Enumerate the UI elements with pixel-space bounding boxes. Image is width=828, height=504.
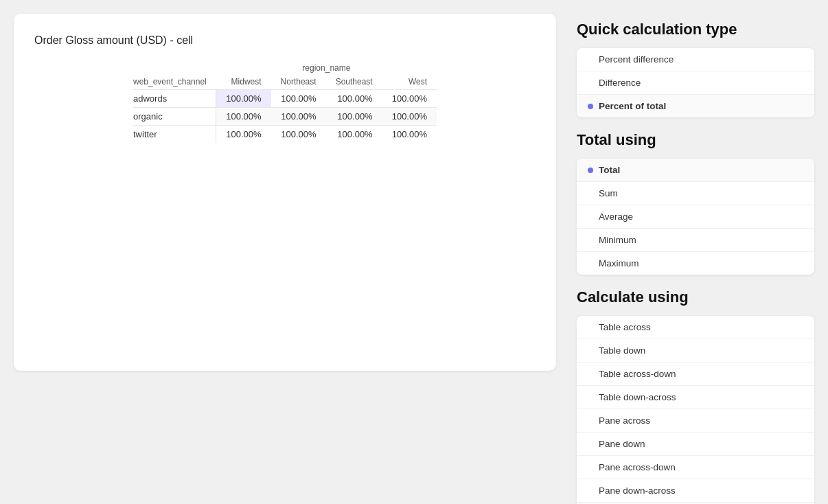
dot-placeholder bbox=[588, 191, 593, 196]
option-item[interactable]: Maximum bbox=[577, 252, 814, 275]
option-label: Pane across-down bbox=[599, 462, 676, 472]
option-label: Pane down bbox=[599, 439, 645, 449]
row-label: adwords bbox=[133, 90, 216, 108]
row-header-col bbox=[133, 60, 216, 74]
table-title: Order Gloss amount (USD) - cell bbox=[34, 34, 536, 47]
region-name-header: region_name bbox=[216, 60, 437, 74]
option-item[interactable]: Minimum bbox=[577, 229, 814, 252]
cell-value: 100.00% bbox=[326, 108, 382, 126]
dot-placeholder bbox=[588, 214, 593, 220]
option-label: Table across-down bbox=[599, 369, 676, 379]
table-row: adwords100.00%100.00%100.00%100.00% bbox=[133, 90, 437, 108]
option-item[interactable]: Percent difference bbox=[577, 48, 814, 71]
table-panel: Order Gloss amount (USD) - cell region_n… bbox=[14, 14, 556, 371]
table-row: organic100.00%100.00%100.00%100.00% bbox=[133, 108, 437, 126]
selected-dot bbox=[588, 104, 593, 109]
option-item[interactable]: Sum bbox=[577, 182, 814, 205]
dot-placeholder bbox=[588, 261, 593, 266]
row-header-label: web_event_channel bbox=[133, 74, 216, 90]
cell-value: 100.00% bbox=[271, 108, 326, 126]
cell-value: 100.00% bbox=[326, 90, 382, 108]
total-using-list: TotalSumAverageMinimumMaximum bbox=[577, 159, 814, 275]
option-label: Pane across bbox=[599, 415, 650, 426]
option-label: Difference bbox=[599, 78, 641, 88]
table-row: twitter100.00%100.00%100.00%100.00% bbox=[133, 126, 437, 144]
cell-value: 100.00% bbox=[271, 126, 326, 144]
option-label: Percent of total bbox=[599, 101, 666, 111]
dot-placeholder bbox=[588, 488, 593, 494]
cell-value: 100.00% bbox=[216, 126, 271, 144]
dot-placeholder bbox=[588, 238, 593, 243]
option-item[interactable]: Average bbox=[577, 205, 814, 229]
dot-placeholder bbox=[588, 371, 593, 377]
option-label: Minimum bbox=[599, 235, 636, 245]
dot-placeholder bbox=[588, 348, 593, 354]
dot-placeholder bbox=[588, 465, 593, 470]
cell-value: 100.00% bbox=[271, 90, 326, 108]
option-item[interactable]: Pane across bbox=[577, 409, 814, 433]
option-label: Total bbox=[599, 165, 620, 175]
cell-value: 100.00% bbox=[326, 126, 382, 144]
quick-calc-title: Quick calculation type bbox=[577, 21, 814, 38]
col-header: Midwest bbox=[216, 74, 271, 90]
option-item[interactable]: Table down bbox=[577, 339, 814, 363]
option-item[interactable]: Pane down bbox=[577, 433, 814, 456]
cell-value: 100.00% bbox=[216, 108, 271, 126]
option-label: Average bbox=[599, 211, 633, 222]
cell-value: 100.00% bbox=[382, 108, 437, 126]
dot-placeholder bbox=[588, 325, 593, 330]
dot-placeholder bbox=[588, 418, 593, 424]
option-label: Maximum bbox=[599, 258, 639, 268]
dot-placeholder bbox=[588, 80, 593, 86]
selected-dot bbox=[588, 168, 593, 173]
col-header: West bbox=[382, 74, 437, 90]
calculate-using-title: Calculate using bbox=[577, 288, 814, 306]
dot-placeholder bbox=[588, 57, 593, 62]
cell-value: 100.00% bbox=[382, 126, 437, 144]
option-label: Percent difference bbox=[599, 54, 674, 65]
option-item[interactable]: Total bbox=[577, 159, 814, 182]
option-item[interactable]: Table across-down bbox=[577, 363, 814, 386]
option-item[interactable]: Table across bbox=[577, 316, 814, 339]
option-item[interactable]: Table down-across bbox=[577, 386, 814, 409]
option-label: Pane down-across bbox=[599, 485, 676, 496]
dot-placeholder bbox=[588, 442, 593, 447]
data-table: region_name web_event_channel MidwestNor… bbox=[133, 60, 437, 143]
row-label: organic bbox=[133, 108, 216, 126]
option-item[interactable]: Percent of total bbox=[577, 95, 814, 117]
cell-value: 100.00% bbox=[382, 90, 437, 108]
column-header-row: web_event_channel MidwestNortheastSouthe… bbox=[133, 74, 437, 90]
dot-placeholder bbox=[588, 395, 593, 400]
calculate-using-list: Table acrossTable downTable across-downT… bbox=[577, 316, 814, 504]
total-using-title: Total using bbox=[577, 131, 814, 149]
row-label: twitter bbox=[133, 126, 216, 144]
option-item[interactable]: Pane down-across bbox=[577, 479, 814, 503]
option-label: Table across bbox=[599, 322, 651, 332]
col-header: Southeast bbox=[326, 74, 382, 90]
table-body: adwords100.00%100.00%100.00%100.00%organ… bbox=[133, 90, 437, 144]
option-label: Sum bbox=[599, 188, 618, 198]
quick-calc-list: Percent differenceDifferencePercent of t… bbox=[577, 48, 814, 117]
option-label: Table down-across bbox=[599, 392, 676, 402]
option-label: Table down bbox=[599, 345, 645, 356]
cell-value: 100.00% bbox=[216, 90, 271, 108]
right-panel: Quick calculation type Percent differenc… bbox=[577, 14, 814, 504]
col-header: Northeast bbox=[271, 74, 326, 90]
option-item[interactable]: Pane across-down bbox=[577, 456, 814, 479]
option-item[interactable]: Difference bbox=[577, 71, 814, 95]
